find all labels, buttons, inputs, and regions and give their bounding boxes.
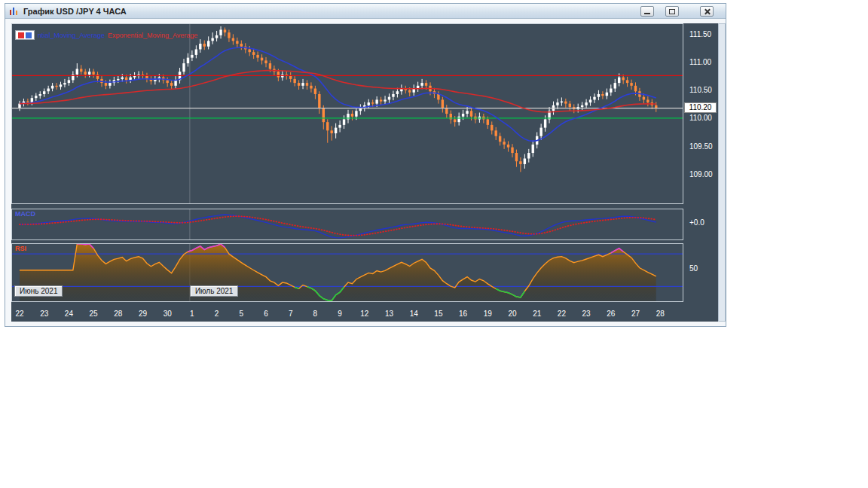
x-axis-label: 14 [410,310,418,318]
legend-label-ema-2: Exponential_Moving_Average [108,32,197,39]
month-badge-july: Июль 2021 [190,285,239,297]
x-axis-label: 24 [65,310,73,318]
x-axis-label: 19 [484,310,492,318]
minimize-button[interactable] [640,6,654,17]
maximize-button[interactable] [665,6,679,17]
x-axis-label: 28 [114,310,122,318]
legend-label-ema-1: ntial_Moving_Average [38,32,105,39]
close-icon [704,8,711,15]
x-axis-label: 5 [240,310,244,318]
x-axis-label: 28 [656,310,665,318]
x-axis-label: 2 [215,310,219,318]
x-axis-label: 29 [139,310,147,318]
vertical-scrollbar[interactable] [718,23,726,322]
price-tick: 109.50 [689,142,713,151]
candlestick-chart-icon [9,7,20,16]
x-axis-label: 8 [313,310,318,318]
price-tick: 110.00 [689,114,712,122]
x-axis-label: 20 [508,310,516,318]
legend-color-chips [15,30,35,40]
macd-zero-tick: +0.0 [689,218,704,227]
legend-chip-red [18,32,24,38]
title-bar[interactable]: График USD /JPY 4 ЧАСА [5,4,726,19]
price-tick: 111.00 [689,58,711,66]
macd-label: MACD [15,210,35,218]
rsi-label: RSI [15,245,26,252]
macd-canvas[interactable] [12,209,683,239]
x-axis-label: 23 [582,310,591,318]
window-title: График USD /JPY 4 ЧАСА [23,7,127,16]
x-axis-label: 25 [90,310,98,318]
macd-panel[interactable]: MACD [11,209,683,240]
x-axis-label: 23 [40,310,48,318]
maximize-icon [669,9,675,14]
price-scale[interactable]: 110.20 111.50111.00110.50110.00109.50109… [683,23,718,204]
indicator-legend: ntial_Moving_Average Exponential_Moving_… [15,30,197,40]
rsi-mid-tick: 50 [689,264,698,273]
x-axis-label: 22 [15,310,23,318]
x-axis-label: 7 [289,310,293,318]
x-axis-label: 22 [558,310,566,318]
x-axis-label: 27 [631,310,640,318]
x-axis-label: 6 [264,310,268,318]
minimize-icon [644,13,650,14]
price-chart-canvas[interactable] [12,24,683,203]
x-axis-label: 30 [164,310,172,318]
rsi-canvas[interactable] [12,244,683,301]
x-axis-label: 21 [533,310,541,318]
x-axis-label: 15 [434,310,442,318]
rsi-panel[interactable]: RSI Июнь 2021 Июль 2021 [11,243,683,302]
month-badge-june: Июнь 2021 [14,285,63,297]
chart-area: ntial_Moving_Average Exponential_Moving_… [11,23,718,322]
x-axis-label: 13 [385,310,393,318]
chart-window: График USD /JPY 4 ЧАСА ntial_Moving_Aver… [5,3,726,327]
close-button[interactable] [700,6,714,17]
current-price-tag: 110.20 [684,102,717,113]
price-tick: 110.50 [689,86,712,94]
x-axis-label: 26 [607,310,615,318]
x-axis-label: 9 [338,310,342,318]
price-chart-panel[interactable]: ntial_Moving_Average Exponential_Moving_… [11,23,683,204]
x-axis-label: 12 [360,310,368,318]
price-tick: 111.50 [689,30,711,38]
legend-chip-blue [26,32,32,38]
price-tick: 109.00 [689,170,713,178]
x-axis: 2223242528293012567891213141516192021222… [11,305,718,322]
x-axis-label: 16 [459,310,467,318]
x-axis-label: 1 [190,310,194,318]
